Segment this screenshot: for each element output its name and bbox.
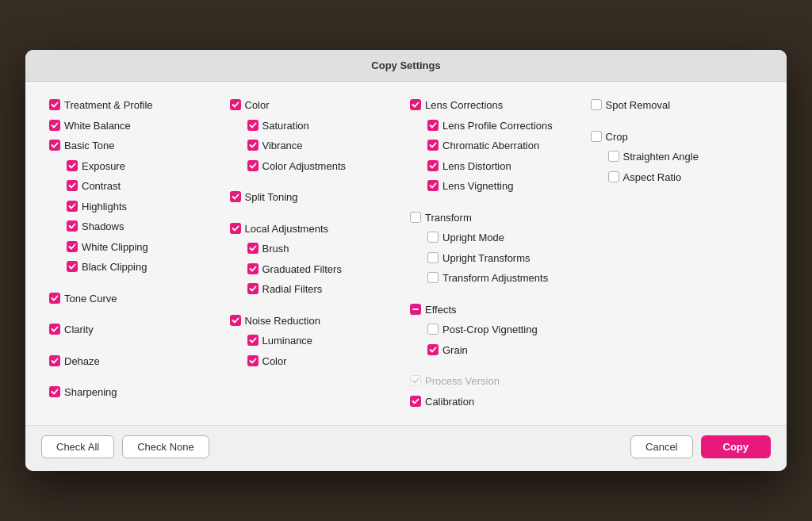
- item-label: Exposure: [82, 159, 125, 174]
- settings-item[interactable]: Lens Profile Corrections: [410, 118, 583, 134]
- settings-item[interactable]: White Balance: [49, 118, 222, 134]
- check-none-button[interactable]: Check None: [122, 435, 209, 458]
- item-label: Sharpening: [64, 385, 117, 400]
- item-label: Brush: [262, 241, 289, 257]
- settings-item[interactable]: Tone Curve: [49, 291, 222, 307]
- item-label: Calibration: [425, 394, 474, 410]
- settings-item[interactable]: Black Clipping: [49, 259, 222, 275]
- item-label: Color Adjustments: [262, 159, 347, 174]
- item-label: Graduated Filters: [262, 262, 342, 278]
- checkbox-icon: [49, 355, 60, 366]
- settings-item[interactable]: Lens Corrections: [410, 98, 583, 113]
- checkbox-icon: [410, 99, 421, 110]
- cancel-button[interactable]: Cancel: [630, 435, 692, 458]
- checkbox-icon: [247, 243, 259, 254]
- settings-item[interactable]: Clarity: [49, 322, 222, 338]
- checkbox-icon: [427, 344, 439, 355]
- settings-item[interactable]: Color: [230, 98, 403, 113]
- checkbox-icon: [49, 120, 60, 131]
- settings-item[interactable]: Transform: [410, 210, 583, 226]
- checkbox-icon: [49, 293, 60, 304]
- item-label: Upright Transforms: [442, 251, 530, 266]
- settings-item[interactable]: Brush: [230, 241, 403, 257]
- settings-item[interactable]: Contrast: [49, 178, 222, 194]
- checkbox-icon: [247, 283, 259, 294]
- item-label: Lens Distortion: [442, 159, 511, 174]
- checkbox-icon: [67, 180, 78, 191]
- checkbox-icon: [410, 375, 421, 386]
- settings-item[interactable]: Highlights: [49, 199, 222, 215]
- settings-item[interactable]: Chromatic Aberration: [410, 138, 583, 154]
- item-label: Luminance: [262, 333, 313, 349]
- checkbox-icon: [247, 335, 259, 346]
- settings-item[interactable]: Radial Filters: [230, 282, 403, 297]
- settings-item[interactable]: Lens Distortion: [410, 159, 583, 174]
- checkbox-icon: [49, 324, 60, 335]
- item-label: Shadows: [82, 219, 124, 235]
- checkbox-icon: [410, 212, 421, 223]
- item-label: Highlights: [82, 199, 127, 215]
- settings-item[interactable]: Shadows: [49, 219, 222, 235]
- checkbox-icon: [427, 272, 439, 283]
- settings-item[interactable]: Spot Removal: [591, 98, 764, 113]
- settings-item[interactable]: Basic Tone: [49, 138, 222, 154]
- copy-button[interactable]: Copy: [701, 435, 772, 458]
- settings-item[interactable]: Local Adjustments: [230, 221, 403, 237]
- settings-item[interactable]: Dehaze: [49, 354, 222, 370]
- settings-columns: Treatment & ProfileWhite BalanceBasic To…: [49, 98, 763, 409]
- settings-item[interactable]: Process Version: [410, 374, 583, 389]
- settings-item[interactable]: Split Toning: [230, 190, 403, 205]
- item-label: Lens Vignetting: [442, 178, 513, 194]
- settings-item[interactable]: Sharpening: [49, 385, 222, 400]
- spacer: [49, 280, 222, 286]
- settings-item[interactable]: Luminance: [230, 333, 403, 349]
- settings-item[interactable]: Noise Reduction: [230, 313, 403, 329]
- settings-item[interactable]: Upright Transforms: [410, 251, 583, 266]
- spacer: [410, 362, 583, 369]
- settings-item[interactable]: Color Adjustments: [230, 159, 403, 174]
- settings-item[interactable]: Crop: [591, 129, 764, 145]
- checkbox-icon: [49, 386, 60, 397]
- spacer: [49, 311, 222, 317]
- checkbox-icon: [410, 304, 421, 315]
- settings-item[interactable]: Calibration: [410, 394, 583, 410]
- spacer: [410, 291, 583, 297]
- settings-item[interactable]: Exposure: [49, 159, 222, 174]
- copy-settings-dialog: Copy Settings Treatment & ProfileWhite B…: [25, 50, 787, 471]
- item-label: Chromatic Aberration: [442, 138, 539, 154]
- item-label: Transform Adjustments: [442, 270, 548, 286]
- check-all-button[interactable]: Check All: [41, 435, 114, 458]
- checkbox-icon: [67, 201, 78, 212]
- settings-item[interactable]: Aspect Ratio: [591, 170, 764, 186]
- settings-item[interactable]: Grain: [410, 343, 583, 358]
- checkbox-icon: [591, 99, 602, 110]
- item-label: Crop: [606, 129, 628, 145]
- spacer: [410, 199, 583, 205]
- settings-item[interactable]: Transform Adjustments: [410, 270, 583, 286]
- settings-item[interactable]: Lens Vignetting: [410, 178, 583, 194]
- footer-left: Check All Check None: [41, 435, 209, 458]
- checkbox-icon: [427, 180, 439, 191]
- checkbox-icon: [49, 140, 60, 151]
- settings-item[interactable]: Graduated Filters: [230, 262, 403, 278]
- settings-item[interactable]: Treatment & Profile: [49, 98, 222, 113]
- checkbox-icon: [427, 324, 439, 335]
- dialog-title: Copy Settings: [25, 50, 787, 82]
- settings-item[interactable]: Post-Crop Vignetting: [410, 322, 583, 338]
- checkbox-icon: [427, 252, 439, 263]
- item-label: Lens Corrections: [425, 98, 503, 113]
- settings-item[interactable]: Effects: [410, 302, 583, 318]
- item-label: Vibrance: [262, 138, 303, 154]
- checkbox-icon: [608, 151, 619, 162]
- settings-item[interactable]: Upright Mode: [410, 230, 583, 246]
- spacer: [49, 343, 222, 349]
- settings-item[interactable]: Color: [230, 354, 403, 370]
- item-label: Upright Mode: [442, 230, 504, 246]
- settings-item[interactable]: Vibrance: [230, 138, 403, 154]
- item-label: Aspect Ratio: [623, 170, 682, 186]
- settings-item[interactable]: White Clipping: [49, 239, 222, 255]
- checkbox-icon: [247, 355, 259, 366]
- settings-item[interactable]: Straighten Angle: [591, 149, 764, 165]
- item-label: Noise Reduction: [245, 313, 320, 329]
- settings-item[interactable]: Saturation: [230, 118, 403, 134]
